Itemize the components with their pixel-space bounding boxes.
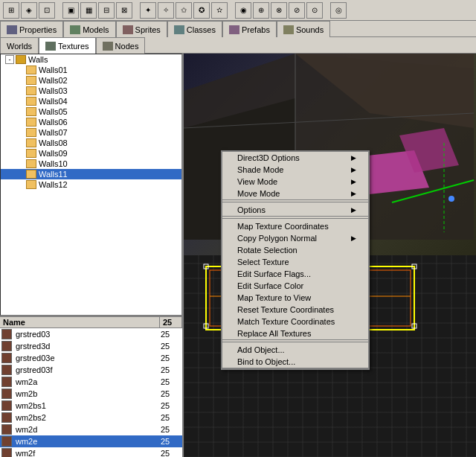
list-row[interactable]: wm2b 25	[0, 388, 182, 400]
cm-item-edit-color[interactable]: Edit Surface Color	[222, 280, 368, 292]
toolbar-btn-13[interactable]: ◉	[235, 2, 251, 19]
cm-item-map-texture[interactable]: Map Texture Coordinates	[222, 220, 368, 232]
list-row[interactable]: wm2d 25	[0, 424, 182, 435]
cm-item-add-object[interactable]: Add Object...	[222, 344, 368, 356]
list-cell-name: wm2e	[13, 437, 158, 446]
list-row[interactable]: grstred3d 25	[0, 340, 182, 352]
tree-root-label: Walls	[28, 55, 48, 64]
cm-arrow-3: ▶	[351, 178, 356, 185]
tree-item[interactable]: Walls02	[1, 75, 181, 86]
toolbar-btn-9[interactable]: ✧	[158, 2, 174, 19]
toolbar-btn-6[interactable]: ⊟	[98, 2, 115, 19]
list-cell-name: wm2bs2	[13, 413, 158, 422]
toolbar-btn-8[interactable]: ✦	[140, 2, 156, 19]
tab-worlds[interactable]: Worlds	[0, 37, 39, 54]
tab-models[interactable]: Models	[63, 21, 115, 37]
toolbar-btn-5[interactable]: ▦	[80, 2, 97, 19]
tab-textures[interactable]: Textures	[39, 37, 96, 54]
list-cell-val: 25	[158, 449, 181, 457]
list-row[interactable]: wm2a 25	[0, 376, 182, 388]
list-cell-name: grstred03f	[13, 365, 158, 374]
toolbar-btn-11[interactable]: ✪	[193, 2, 210, 19]
tree-item-label: Walls12	[39, 180, 68, 189]
texture-icon	[1, 353, 12, 363]
cm-item-replace-all[interactable]: Replace All Textures	[222, 327, 368, 339]
list-row[interactable]: wm2f 25	[0, 447, 182, 457]
cm-item-copy-polygon[interactable]: Copy Polygon Normal ▶	[222, 232, 368, 244]
tree-root[interactable]: - Walls	[1, 54, 181, 65]
toolbar-btn-4[interactable]: ▣	[62, 2, 79, 19]
folder-icon	[26, 180, 36, 189]
tree-scroll[interactable]: - Walls Walls01 Walls02 Walls03 Walls04 …	[1, 54, 181, 315]
list-row[interactable]: wm2bs2 25	[0, 412, 182, 424]
tree-item[interactable]: Walls07	[1, 127, 181, 138]
tab-sounds[interactable]: Sounds	[277, 21, 330, 37]
tree-expand-root[interactable]: -	[5, 55, 14, 64]
tree-item[interactable]: Walls03	[1, 86, 181, 96]
toolbar-btn-1[interactable]: ⊞	[3, 2, 19, 19]
cm-item-direct3d[interactable]: Direct3D Options ▶	[222, 152, 368, 164]
cm-item-edit-flags[interactable]: Edit Surface Flags...	[222, 268, 368, 280]
cm-item-match-texture[interactable]: Match Texture Coordinates	[222, 316, 368, 327]
list-cell-name: wm2f	[13, 449, 158, 457]
cm-item-bind-object[interactable]: Bind to Object...	[222, 356, 368, 368]
list-cell-val: 25	[158, 389, 181, 398]
toolbar-btn-10[interactable]: ✩	[176, 2, 192, 19]
toolbar-btn-2[interactable]: ◈	[21, 2, 37, 19]
list-row[interactable]: grstred03e 25	[0, 352, 182, 364]
tab-prefabs[interactable]: Prefabs	[222, 21, 277, 37]
tree-item[interactable]: Walls12	[1, 179, 181, 190]
toolbar-btn-16[interactable]: ⊘	[289, 2, 305, 19]
context-menu: Direct3D Options ▶ Shade Mode ▶ View Mod…	[221, 150, 370, 370]
list-cell-name: grstred03e	[13, 354, 158, 362]
tree-item-label: Walls08	[39, 138, 68, 147]
tree-item-label: Walls11	[39, 170, 68, 179]
cm-item-shade[interactable]: Shade Mode ▶	[222, 164, 368, 176]
list-col-name: Name	[0, 317, 160, 327]
toolbar-btn-14[interactable]: ⊕	[253, 2, 269, 19]
list-cell-val: 25	[158, 437, 181, 446]
tree-item[interactable]: Walls10	[1, 159, 181, 169]
cm-sep-3	[222, 342, 368, 342]
main-layout: - Walls Walls01 Walls02 Walls03 Walls04 …	[0, 54, 476, 457]
tree-item[interactable]: Walls01	[1, 65, 181, 75]
cm-item-view[interactable]: View Mode ▶	[222, 176, 368, 188]
tab-nodes[interactable]: Nodes	[96, 37, 146, 54]
tree-item[interactable]: Walls08	[1, 138, 181, 148]
folder-icon	[26, 170, 36, 179]
viewport[interactable]: Direct3D Options ▶ Shade Mode ▶ View Mod…	[184, 54, 476, 457]
cm-arrow-2: ▶	[351, 166, 356, 173]
toolbar-btn-18[interactable]: ◎	[330, 2, 347, 19]
toolbar-btn-12[interactable]: ✫	[211, 2, 228, 19]
toolbar-btn-15[interactable]: ⊗	[271, 2, 287, 19]
cm-item-rotate[interactable]: Rotate Selection	[222, 244, 368, 256]
toolbar-btn-3[interactable]: ⊡	[39, 2, 55, 19]
tree-item-label: Walls04	[39, 97, 68, 106]
tab-sprites[interactable]: Sprites	[116, 21, 167, 37]
cm-sep-1	[222, 202, 368, 202]
list-header: Name 25	[0, 317, 182, 328]
cm-item-map-to-view[interactable]: Map Texture to View	[222, 292, 368, 304]
list-row[interactable]: wm2e 25	[0, 435, 182, 447]
tab-properties[interactable]: Properties	[0, 21, 63, 37]
tree-item[interactable]: Walls05	[1, 106, 181, 117]
tree-item-label: Walls05	[39, 107, 68, 116]
tree-item[interactable]: Walls04	[1, 96, 181, 106]
list-row[interactable]: grstred03 25	[0, 328, 182, 340]
toolbar-btn-7[interactable]: ⊠	[116, 2, 132, 19]
toolbar-btn-17[interactable]: ⊙	[306, 2, 323, 19]
folder-icon	[26, 149, 36, 158]
list-row[interactable]: wm2bs1 25	[0, 400, 182, 412]
list-row[interactable]: grstred03f 25	[0, 364, 182, 376]
tree-item[interactable]: Walls06	[1, 117, 181, 127]
tree-item[interactable]: Walls09	[1, 148, 181, 159]
tree-item[interactable]: Walls11	[1, 169, 181, 179]
cm-section-1: Direct3D Options ▶ Shade Mode ▶ View Mod…	[222, 152, 368, 200]
cm-item-options[interactable]: Options ▶	[222, 204, 368, 216]
tab-classes[interactable]: Classes	[167, 21, 222, 37]
folder-icon	[26, 107, 36, 116]
cm-item-reset-texture[interactable]: Reset Texture Coordinates	[222, 304, 368, 316]
cm-item-select-texture[interactable]: Select Texture	[222, 256, 368, 268]
list-scroll[interactable]: grstred03 25 grstred3d 25 grstred03e 25 …	[0, 328, 182, 457]
cm-item-move[interactable]: Move Mode ▶	[222, 188, 368, 199]
